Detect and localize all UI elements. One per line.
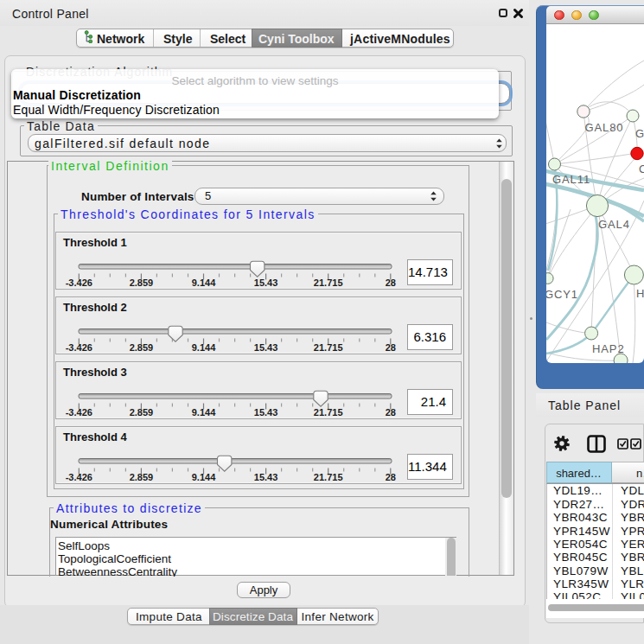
svg-text:9.144: 9.144	[192, 407, 216, 418]
svg-text:9.144: 9.144	[192, 342, 216, 353]
svg-text:G.: G.	[635, 127, 644, 140]
svg-text:2.859: 2.859	[130, 472, 154, 482]
svg-text:21.715: 21.715	[314, 342, 343, 353]
svg-text:H: H	[636, 287, 644, 300]
svg-text:9.144: 9.144	[192, 277, 216, 288]
svg-text:28: 28	[386, 407, 396, 418]
svg-text:-3.426: -3.426	[66, 342, 92, 353]
svg-text:21.715: 21.715	[314, 277, 343, 288]
svg-text:GAL80: GAL80	[585, 121, 624, 134]
svg-text:15.43: 15.43	[254, 342, 278, 353]
svg-text:15.43: 15.43	[254, 472, 278, 482]
svg-text:GAL11: GAL11	[552, 173, 590, 186]
svg-text:GCY1: GCY1	[546, 288, 578, 301]
svg-text:-3.426: -3.426	[66, 277, 92, 288]
svg-text:28: 28	[386, 472, 396, 482]
svg-text:21.715: 21.715	[314, 407, 343, 418]
svg-text:15.43: 15.43	[254, 277, 278, 288]
svg-text:28: 28	[386, 277, 396, 288]
svg-text:9.144: 9.144	[192, 472, 216, 482]
svg-text:28: 28	[386, 342, 396, 353]
svg-text:2.859: 2.859	[130, 342, 154, 353]
svg-text:HAP2: HAP2	[592, 342, 625, 355]
svg-text:15.43: 15.43	[254, 407, 278, 418]
svg-text:2.859: 2.859	[130, 277, 154, 288]
svg-text:21.715: 21.715	[314, 472, 343, 482]
svg-text:C: C	[639, 163, 644, 175]
svg-text:-3.426: -3.426	[66, 407, 92, 418]
svg-text:-3.426: -3.426	[66, 472, 92, 482]
svg-text:2.859: 2.859	[130, 407, 154, 418]
svg-text:GAL4: GAL4	[598, 218, 630, 231]
